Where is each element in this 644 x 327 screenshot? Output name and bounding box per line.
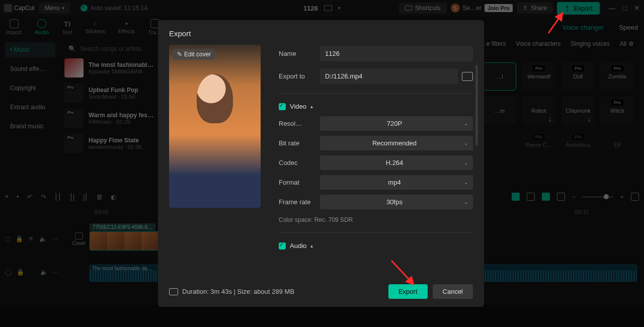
chevron-down-icon: ⌄	[464, 180, 468, 185]
export-dialog: Export ✎Edit cover Name1126 Export toD:/…	[158, 20, 484, 307]
chevron-down-icon: ⌄	[464, 140, 468, 146]
resolution-select[interactable]: 720P⌄	[320, 116, 473, 131]
pencil-icon: ✎	[177, 51, 182, 58]
edit-cover-button[interactable]: ✎Edit cover	[173, 49, 215, 60]
format-select[interactable]: mp4⌄	[320, 175, 473, 190]
bitrate-label: Bit rate	[279, 139, 320, 147]
framerate-select[interactable]: 30fps⌄	[320, 195, 473, 209]
film-icon	[169, 288, 178, 295]
cover-preview: ✎Edit cover	[169, 45, 261, 208]
checkbox-icon[interactable]	[279, 103, 286, 110]
dialog-title: Export	[169, 29, 473, 38]
chevron-down-icon: ⌄	[464, 160, 468, 166]
colorspace-note: Color space: Rec. 709 SDR	[279, 216, 473, 223]
exportto-label: Export to	[279, 72, 320, 80]
codec-select[interactable]: H.264⌄	[320, 155, 473, 170]
format-label: Format	[279, 179, 320, 186]
resolution-label: Resol…	[279, 120, 320, 127]
cancel-button[interactable]: Cancel	[433, 284, 473, 299]
caret-up-icon: ▴	[310, 243, 313, 249]
export-summary: Duration: 3m 43s | Size: about 289 MB	[169, 288, 294, 295]
video-section-toggle[interactable]: Video▴	[279, 103, 473, 110]
chevron-down-icon: ⌄	[464, 199, 468, 205]
chevron-down-icon: ⌄	[464, 121, 468, 126]
checkbox-icon[interactable]	[279, 242, 286, 250]
caret-up-icon: ▴	[310, 104, 313, 109]
scrollbar[interactable]	[475, 65, 478, 145]
folder-icon[interactable]	[462, 72, 473, 81]
audio-section-toggle[interactable]: Audio▴	[279, 242, 473, 250]
codec-label: Codec	[279, 159, 320, 167]
export-path-input[interactable]: D:/1126.mp4	[320, 68, 458, 84]
bitrate-select[interactable]: Recommended⌄	[320, 136, 473, 150]
export-confirm-button[interactable]: Export	[388, 284, 428, 299]
name-input[interactable]: 1126	[320, 46, 473, 61]
framerate-label: Frame rate	[279, 198, 320, 206]
name-label: Name	[279, 50, 320, 57]
